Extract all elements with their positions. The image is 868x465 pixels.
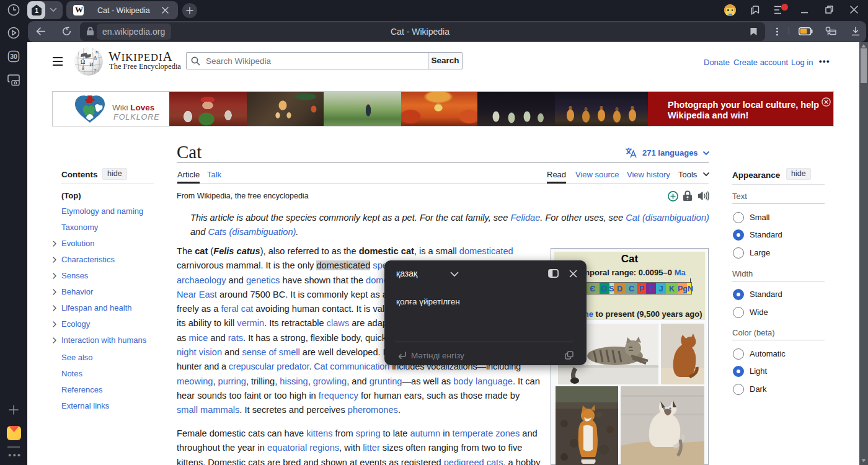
svg-text:7: 7	[94, 68, 97, 74]
svg-text:30: 30	[10, 53, 17, 60]
svg-text:ß: ß	[82, 66, 84, 71]
svg-text:И: И	[89, 61, 94, 68]
svg-text:Δ: Δ	[94, 55, 97, 61]
svg-text:1: 1	[35, 7, 38, 14]
svg-text:Ω: Ω	[81, 58, 85, 65]
svg-text:Б: Б	[95, 50, 98, 55]
